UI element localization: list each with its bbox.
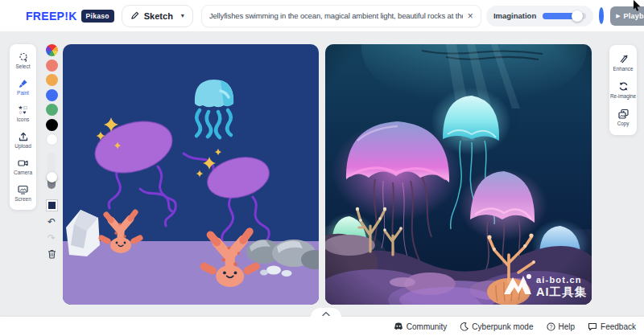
selected-color-indicator[interactable]	[47, 200, 57, 211]
question-icon: ?	[547, 322, 555, 331]
reimagine-button[interactable]: Re-imagine	[609, 76, 637, 104]
reimagine-refresh-icon	[618, 81, 629, 92]
color-swatch-orange[interactable]	[46, 74, 58, 86]
tool-camera[interactable]: Camera	[10, 154, 36, 180]
generated-image[interactable]: ai-bot.cn AI工具集	[325, 44, 592, 305]
tool-screen[interactable]: Screen	[10, 180, 36, 207]
trash-button[interactable]	[47, 249, 56, 259]
imagination-label: Imagination	[493, 11, 536, 20]
enhance-wand-icon	[618, 54, 629, 64]
color-palette: ↶ ↷	[44, 44, 59, 259]
chevron-down-icon: ▾	[181, 12, 184, 19]
undo-button[interactable]: ↶	[47, 217, 56, 227]
tool-paint[interactable]: Paint	[10, 74, 36, 100]
color-swatch-green[interactable]	[46, 104, 58, 116]
tool-panel: Select Paint ★□ ○♥ Icons Upload Camera	[10, 44, 36, 210]
progress-ring[interactable]	[599, 7, 604, 24]
color-wheel[interactable]	[46, 44, 58, 56]
pikaso-badge: Pikaso	[81, 10, 114, 23]
play-icon: ▶	[616, 13, 620, 19]
copy-button[interactable]: Copy	[609, 104, 637, 131]
community-link[interactable]: Community	[394, 322, 448, 331]
shapes-icon: ★□ ○♥	[19, 105, 28, 115]
topbar: FREEP!K Pikaso Sketch ▾ Jellyfishes swim…	[0, 0, 644, 32]
watermark-domain: ai-bot.cn	[536, 275, 582, 285]
paint-brush-icon	[19, 79, 28, 88]
tool-select[interactable]: Select	[10, 47, 36, 74]
freepik-logo: FREEP!K	[26, 10, 77, 23]
image-action-panel: Enhance Re-imagine Copy	[609, 45, 637, 135]
imagination-slider-knob[interactable]	[572, 10, 583, 22]
sketch-canvas-art	[63, 44, 319, 305]
speech-bubble-icon	[588, 322, 597, 331]
tool-upload[interactable]: Upload	[10, 127, 36, 154]
generated-image-art: ai-bot.cn AI工具集	[325, 44, 592, 305]
watermark-name: AI工具集	[536, 285, 587, 298]
prompt-input[interactable]: Jellyfishes swimming in the ocean, magic…	[201, 5, 481, 27]
svg-text:?: ?	[549, 323, 552, 329]
redo-button[interactable]: ↷	[47, 233, 56, 243]
select-lasso-icon	[19, 52, 28, 62]
color-swatch-white[interactable]	[46, 133, 58, 145]
brush-size-slider[interactable]	[47, 152, 56, 189]
mouse-cursor	[633, 0, 642, 11]
mode-label: Sketch	[144, 11, 173, 21]
discord-icon	[394, 322, 403, 330]
cyberpunk-mode-toggle[interactable]: Cyberpunk mode	[460, 322, 533, 331]
upload-icon	[19, 132, 28, 141]
feedback-button[interactable]: Feedback	[588, 322, 636, 331]
expand-panel-button[interactable]	[311, 308, 341, 318]
brush-size-knob[interactable]	[47, 172, 57, 182]
enhance-button[interactable]: Enhance	[609, 49, 637, 76]
color-swatch-blue[interactable]	[46, 89, 58, 101]
copy-icon	[618, 109, 629, 119]
camera-icon	[18, 158, 28, 168]
help-button[interactable]: ? Help	[547, 322, 576, 331]
imagination-control: Imagination	[486, 6, 593, 27]
moon-icon	[460, 322, 469, 331]
mode-dropdown[interactable]: Sketch ▾	[122, 5, 193, 27]
color-swatch-coral[interactable]	[46, 59, 58, 72]
clear-prompt-icon[interactable]: ×	[463, 10, 473, 22]
pencil-icon	[130, 11, 139, 20]
screen-icon	[18, 185, 28, 195]
color-swatch-black[interactable]	[46, 119, 58, 131]
chevron-up-icon	[322, 312, 330, 316]
prompt-text: Jellyfishes swimming in the ocean, magic…	[209, 11, 463, 20]
bottombar: Community Cyberpunk mode ? Help Feedback	[0, 317, 644, 336]
tool-icons[interactable]: ★□ ○♥ Icons	[10, 100, 36, 127]
sketch-canvas[interactable]	[63, 44, 319, 305]
imagination-slider[interactable]	[543, 13, 586, 19]
